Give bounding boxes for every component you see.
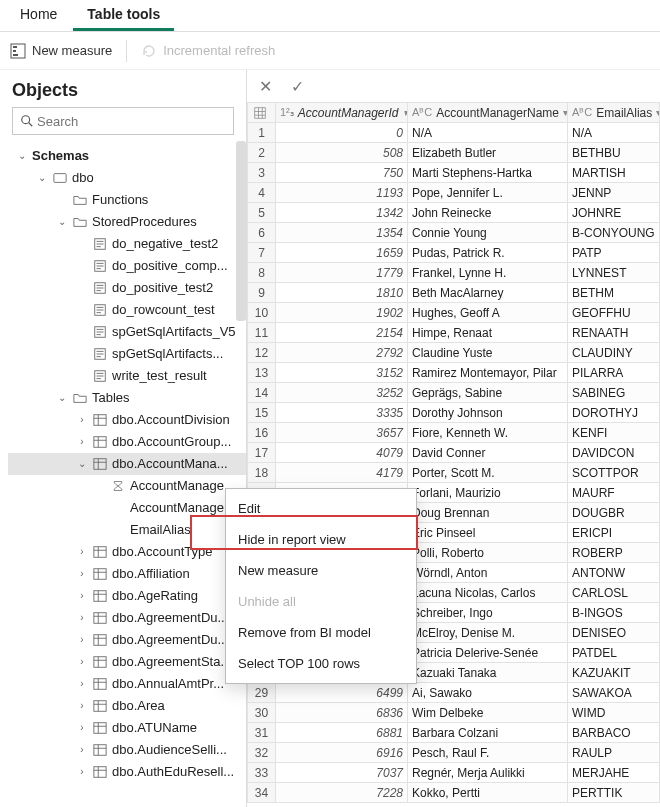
tree-sp[interactable]: ▾do_negative_test2 (8, 233, 246, 255)
ctx-new-measure[interactable]: New measure (226, 555, 416, 586)
cell-id[interactable]: 3252 (276, 383, 408, 403)
cell-alias[interactable]: PATDEL (568, 643, 660, 663)
cell-name[interactable]: Frankel, Lynne H. (408, 263, 568, 283)
tree-table[interactable]: ›dbo.AccountDivision (8, 409, 246, 431)
cell-name[interactable]: Kokko, Pertti (408, 783, 568, 803)
row-number[interactable]: 13 (248, 363, 276, 383)
cell-alias[interactable]: ANTONW (568, 563, 660, 583)
cell-name[interactable]: N/A (408, 123, 568, 143)
cell-alias[interactable]: BETHBU (568, 143, 660, 163)
tree-table[interactable]: ›dbo.AnnualAmtPr... (8, 673, 246, 695)
cell-name[interactable]: Marti Stephens-Hartka (408, 163, 568, 183)
table-row[interactable]: 81779Frankel, Lynne H.LYNNEST (248, 263, 660, 283)
cell-name[interactable]: Doug Brennan (408, 503, 568, 523)
cell-id[interactable]: 3152 (276, 363, 408, 383)
cell-alias[interactable]: JOHNRE (568, 203, 660, 223)
cell-alias[interactable]: KENFI (568, 423, 660, 443)
table-row[interactable]: 163657Fiore, Kenneth W.KENFI (248, 423, 660, 443)
tree-sp[interactable]: ▾write_test_result (8, 365, 246, 387)
cell-name[interactable]: Wim Delbeke (408, 703, 568, 723)
cell-id[interactable]: 6499 (276, 683, 408, 703)
table-row[interactable]: 2508Elizabeth ButlerBETHBU (248, 143, 660, 163)
row-number[interactable]: 15 (248, 403, 276, 423)
cell-name[interactable]: Pudas, Patrick R. (408, 243, 568, 263)
table-row[interactable]: 133152Ramirez Montemayor, PilarPILARRA (248, 363, 660, 383)
cell-name[interactable]: Polli, Roberto (408, 543, 568, 563)
tree-table[interactable]: ›dbo.Affiliation (8, 563, 246, 585)
column-header-alias[interactable]: AᴮCEmailAlias▾ (568, 103, 660, 123)
cell-name[interactable]: Barbara Colzani (408, 723, 568, 743)
cell-name[interactable]: David Conner (408, 443, 568, 463)
cell-name[interactable]: Claudine Yuste (408, 343, 568, 363)
search-input-wrap[interactable] (12, 107, 234, 135)
tree-functions[interactable]: ▾ Functions (8, 189, 246, 211)
cell-alias[interactable]: MARTISH (568, 163, 660, 183)
table-row[interactable]: 347228Kokko, PerttiPERTTIK (248, 783, 660, 803)
tree-column[interactable]: EmailAlias (8, 519, 246, 541)
cell-name[interactable]: Pesch, Raul F. (408, 743, 568, 763)
cell-id[interactable]: 508 (276, 143, 408, 163)
cell-alias[interactable]: CLAUDINY (568, 343, 660, 363)
row-number[interactable]: 32 (248, 743, 276, 763)
cell-alias[interactable]: RAULP (568, 743, 660, 763)
table-row[interactable]: 296499Ai, SawakoSAWAKOA (248, 683, 660, 703)
tree-table[interactable]: ›dbo.AgreementDu... (8, 629, 246, 651)
cell-id[interactable]: 1810 (276, 283, 408, 303)
cell-id[interactable]: 1354 (276, 223, 408, 243)
table-row[interactable]: 10N/AN/A (248, 123, 660, 143)
cell-alias[interactable]: CARLOSL (568, 583, 660, 603)
row-number[interactable]: 10 (248, 303, 276, 323)
tab-table-tools[interactable]: Table tools (73, 0, 174, 31)
tree-table[interactable]: ›dbo.Area (8, 695, 246, 717)
table-row[interactable]: 326916Pesch, Raul F.RAULP (248, 743, 660, 763)
tree-dbo[interactable]: ⌄ dbo (8, 167, 246, 189)
cell-name[interactable]: Regnér, Merja Aulikki (408, 763, 568, 783)
column-header-id[interactable]: 1²₃AccountManagerId▾ (276, 103, 408, 123)
cell-alias[interactable]: GEOFFHU (568, 303, 660, 323)
row-number[interactable]: 18 (248, 463, 276, 483)
tree-table[interactable]: ›dbo.AccountGroup... (8, 431, 246, 453)
row-number[interactable]: 2 (248, 143, 276, 163)
row-number[interactable]: 6 (248, 223, 276, 243)
cell-name[interactable]: Connie Young (408, 223, 568, 243)
chevron-down-icon[interactable]: ▾ (656, 107, 659, 118)
cell-name[interactable]: Elizabeth Butler (408, 143, 568, 163)
data-grid[interactable]: 1²₃AccountManagerId▾ AᴮCAccountManagerNa… (247, 102, 660, 803)
table-row[interactable]: 51342John ReineckeJOHNRE (248, 203, 660, 223)
tree-storedprocedures[interactable]: ⌄ StoredProcedures (8, 211, 246, 233)
tree-tables[interactable]: ⌄ Tables (8, 387, 246, 409)
cell-name[interactable]: Dorothy Johnson (408, 403, 568, 423)
cell-name[interactable]: Ai, Sawako (408, 683, 568, 703)
tree-sp[interactable]: ▾do_positive_test2 (8, 277, 246, 299)
cell-name[interactable]: Himpe, Renaat (408, 323, 568, 343)
column-header-name[interactable]: AᴮCAccountManagerName▾ (408, 103, 568, 123)
cell-id[interactable]: 1342 (276, 203, 408, 223)
ctx-select-top-100[interactable]: Select TOP 100 rows (226, 648, 416, 679)
cell-alias[interactable]: ROBERP (568, 543, 660, 563)
cell-name[interactable]: Wörndl, Anton (408, 563, 568, 583)
cell-alias[interactable]: PILARRA (568, 363, 660, 383)
table-row[interactable]: 71659Pudas, Patrick R.PATP (248, 243, 660, 263)
row-number[interactable]: 17 (248, 443, 276, 463)
cell-name[interactable]: Ramirez Montemayor, Pilar (408, 363, 568, 383)
cell-name[interactable]: Pope, Jennifer L. (408, 183, 568, 203)
cell-alias[interactable]: MAURF (568, 483, 660, 503)
cell-alias[interactable]: N/A (568, 123, 660, 143)
tree-scrollbar[interactable] (236, 141, 246, 321)
cell-alias[interactable]: RENAATH (568, 323, 660, 343)
cell-id[interactable]: 2154 (276, 323, 408, 343)
table-row[interactable]: 153335Dorothy JohnsonDOROTHYJ (248, 403, 660, 423)
tree-table-accountmanager[interactable]: ⌄dbo.AccountMana... (8, 453, 246, 475)
cell-id[interactable]: 0 (276, 123, 408, 143)
cell-alias[interactable]: MERJAHE (568, 763, 660, 783)
row-number[interactable]: 34 (248, 783, 276, 803)
cell-alias[interactable]: JENNP (568, 183, 660, 203)
cell-name[interactable]: Geprägs, Sabine (408, 383, 568, 403)
cell-id[interactable]: 7037 (276, 763, 408, 783)
table-row[interactable]: 91810Beth MacAlarneyBETHM (248, 283, 660, 303)
table-row[interactable]: 306836Wim DelbekeWIMD (248, 703, 660, 723)
tree-table[interactable]: ›dbo.AudienceSelli... (8, 739, 246, 761)
cell-name[interactable]: Fiore, Kenneth W. (408, 423, 568, 443)
cell-alias[interactable]: B-CONYOUNG (568, 223, 660, 243)
row-header-corner[interactable] (248, 103, 276, 123)
